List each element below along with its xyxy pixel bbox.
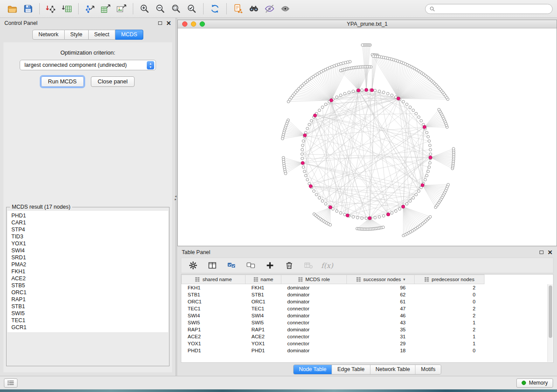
tab-edge-table[interactable]: Edge Table	[332, 365, 370, 374]
cell-mcds-role[interactable]: connector	[281, 319, 347, 326]
refresh-view-icon[interactable]	[207, 2, 223, 16]
mcds-result-item[interactable]: SRD1	[7, 254, 168, 261]
float-table-panel-icon[interactable]	[540, 251, 543, 254]
mcds-result-item[interactable]: ACE2	[7, 275, 168, 282]
column-header-predecessor-nodes[interactable]: predecessor nodes	[415, 275, 484, 284]
window-minimize-button[interactable]	[191, 21, 196, 27]
cell-predecessor-nodes[interactable]: 0	[415, 347, 484, 354]
cell-name[interactable]: SWI4	[246, 312, 281, 319]
tab-style[interactable]: Style	[65, 30, 89, 40]
close-table-panel-icon[interactable]: ✕	[547, 249, 553, 255]
mcds-result-item[interactable]: CAR1	[7, 219, 168, 226]
cell-name[interactable]: ACE2	[246, 333, 281, 340]
search-field[interactable]	[425, 4, 553, 14]
find-icon[interactable]	[246, 2, 262, 16]
cell-name[interactable]: TEC1	[246, 305, 281, 312]
cell-successor-nodes[interactable]: 46	[347, 312, 415, 319]
cell-predecessor-nodes[interactable]: 1	[415, 319, 484, 326]
cell-mcds-role[interactable]: connector	[281, 305, 347, 312]
zoom-selected-icon[interactable]	[184, 2, 200, 16]
cell-shared-name[interactable]: STB1	[182, 291, 246, 298]
mcds-result-list[interactable]: PHD1CAR1STP4TID3YOX1SWI4SRD1PMA2FKH1ACE2…	[7, 211, 168, 332]
table-scrollbar[interactable]	[547, 284, 553, 362]
select-all-icon[interactable]	[225, 259, 238, 272]
mcds-result-item[interactable]: SWI5	[7, 310, 168, 317]
cell-shared-name[interactable]: SWI5	[182, 319, 246, 326]
scrollbar-thumb[interactable]	[549, 285, 553, 338]
cell-shared-name[interactable]: YOX1	[182, 340, 246, 347]
column-header-shared-name[interactable]: shared name	[182, 275, 246, 284]
mcds-result-item[interactable]: RAP1	[7, 296, 168, 303]
column-header-name[interactable]: name	[246, 275, 281, 284]
cell-predecessor-nodes[interactable]: 2	[415, 326, 484, 333]
cell-predecessor-nodes[interactable]: 0	[415, 298, 484, 305]
table-row[interactable]: RAP1RAP1dominator352	[182, 326, 484, 333]
table-row[interactable]: PHD1PHD1dominator180	[182, 347, 484, 354]
cell-shared-name[interactable]: FKH1	[182, 284, 246, 291]
sort-chevron-icon[interactable]: ▾	[403, 277, 405, 282]
cell-name[interactable]: RAP1	[246, 326, 281, 333]
open-session-icon[interactable]	[4, 2, 20, 16]
search-input[interactable]	[438, 6, 548, 12]
float-panel-icon[interactable]	[158, 21, 162, 25]
run-mcds-button[interactable]: Run MCDS	[41, 76, 84, 87]
panel-splitter[interactable]: ◂▸	[176, 18, 177, 376]
zoom-fit-icon[interactable]	[168, 2, 184, 16]
cell-mcds-role[interactable]: dominator	[281, 312, 347, 319]
mcds-result-item[interactable]: STB1	[7, 303, 168, 310]
export-table-icon[interactable]	[98, 2, 114, 16]
export-network-icon[interactable]	[82, 2, 98, 16]
cell-successor-nodes[interactable]: 35	[347, 326, 415, 333]
column-header-mcds-role[interactable]: MCDS role	[281, 275, 347, 284]
delete-row-icon[interactable]	[283, 259, 296, 272]
memory-button[interactable]: Memory	[516, 378, 553, 388]
mcds-result-item[interactable]: ORC1	[7, 289, 168, 296]
cell-shared-name[interactable]: PHD1	[182, 347, 246, 354]
mcds-result-item[interactable]: SWI4	[7, 247, 168, 254]
cell-mcds-role[interactable]: connector	[281, 340, 347, 347]
import-network-icon[interactable]	[43, 2, 59, 16]
window-zoom-button[interactable]	[200, 21, 205, 27]
mcds-result-item[interactable]: TEC1	[7, 317, 168, 324]
columns-icon[interactable]	[206, 259, 219, 272]
cell-successor-nodes[interactable]: 31	[347, 333, 415, 340]
cell-mcds-role[interactable]: dominator	[281, 326, 347, 333]
tab-select[interactable]: Select	[89, 30, 116, 40]
cell-successor-nodes[interactable]: 96	[347, 284, 415, 291]
table-row[interactable]: STB1STB1dominator620	[182, 291, 484, 298]
table-row[interactable]: ORC1ORC1dominator610	[182, 298, 484, 305]
clear-formula-icon[interactable]	[302, 259, 315, 272]
function-builder-icon[interactable]: f(x)	[321, 261, 333, 270]
save-session-icon[interactable]	[20, 2, 36, 16]
mcds-result-item[interactable]: TID3	[7, 233, 168, 240]
mcds-result-item[interactable]: GCR1	[7, 324, 168, 331]
cell-name[interactable]: ORC1	[246, 298, 281, 305]
tab-motifs[interactable]: Motifs	[415, 365, 440, 374]
cell-mcds-role[interactable]: connector	[281, 333, 347, 340]
cell-successor-nodes[interactable]: 43	[347, 319, 415, 326]
mcds-result-item[interactable]: STB5	[7, 282, 168, 289]
mcds-result-item[interactable]: STP4	[7, 226, 168, 233]
cell-successor-nodes[interactable]: 29	[347, 340, 415, 347]
cell-name[interactable]: FKH1	[246, 284, 281, 291]
gear-icon[interactable]	[187, 259, 200, 272]
cell-shared-name[interactable]: RAP1	[182, 326, 246, 333]
splitter-collapse-icon[interactable]: ◂▸	[175, 195, 176, 201]
cell-successor-nodes[interactable]: 18	[347, 347, 415, 354]
table-row[interactable]: SWI4SWI4dominator462	[182, 312, 484, 319]
cell-mcds-role[interactable]: dominator	[281, 291, 347, 298]
cell-shared-name[interactable]: ORC1	[182, 298, 246, 305]
cell-successor-nodes[interactable]: 61	[347, 298, 415, 305]
tab-network[interactable]: Network	[32, 30, 65, 40]
cell-shared-name[interactable]: SWI4	[182, 312, 246, 319]
table-row[interactable]: ACE2ACE2connector311	[182, 333, 484, 340]
tab-network-table[interactable]: Network Table	[370, 365, 415, 374]
tab-mcds[interactable]: MCDS	[115, 30, 143, 40]
tab-node-table[interactable]: Node Table	[294, 365, 332, 374]
cell-name[interactable]: STB1	[246, 291, 281, 298]
cell-shared-name[interactable]: TEC1	[182, 305, 246, 312]
cell-successor-nodes[interactable]: 47	[347, 305, 415, 312]
view-options-icon[interactable]	[4, 378, 17, 388]
close-panel-icon[interactable]: ✕	[166, 20, 171, 26]
criterion-select[interactable]: largest connected component (undirected)…	[20, 60, 156, 70]
